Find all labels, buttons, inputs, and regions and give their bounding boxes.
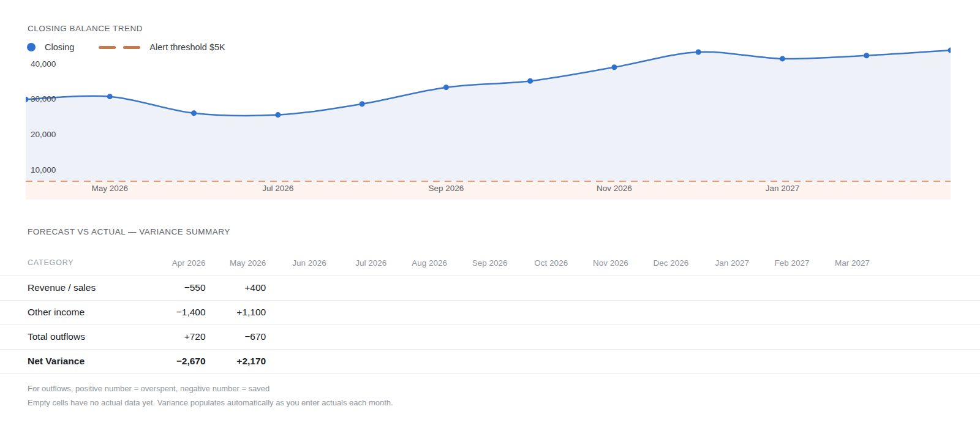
value-cell	[749, 276, 810, 300]
column-header-month: Jan 2027	[688, 250, 749, 276]
value-cell	[749, 349, 810, 374]
value-cell: +400	[206, 276, 266, 300]
x-axis-tick: May 2026	[92, 184, 128, 193]
data-point-apr-2026[interactable]	[23, 97, 29, 102]
category-cell: Other income	[0, 300, 145, 325]
y-axis-tick: 10,000	[31, 165, 56, 175]
data-point-jun-2026[interactable]	[191, 110, 197, 116]
data-point-may-2026[interactable]	[107, 94, 113, 99]
data-point-mar-2027[interactable]	[948, 48, 954, 53]
value-cell	[568, 349, 628, 374]
x-axis-tick: Jul 2026	[262, 184, 293, 193]
value-cell	[266, 325, 326, 349]
value-cell	[810, 325, 870, 349]
value-cell	[508, 349, 568, 374]
value-cell	[508, 276, 568, 300]
value-cell	[628, 300, 689, 325]
column-header-month: Nov 2026	[568, 250, 628, 276]
column-header-month: May 2026	[206, 250, 266, 276]
value-cell	[386, 276, 447, 300]
value-cell	[688, 300, 749, 325]
outflows-footnote: For outflows, positive number = overspen…	[28, 384, 270, 393]
value-cell	[447, 300, 508, 325]
below-threshold-band	[26, 181, 951, 200]
y-axis-tick: 40,000	[31, 59, 56, 69]
value-cell	[447, 276, 508, 300]
value-cell	[447, 325, 508, 349]
data-point-dec-2026[interactable]	[696, 49, 701, 54]
column-header-month: Feb 2027	[749, 250, 810, 276]
data-point-oct-2026[interactable]	[527, 78, 533, 84]
column-header-category: CATEGORY	[0, 250, 145, 276]
data-point-nov-2026[interactable]	[611, 64, 617, 70]
value-cell	[508, 325, 568, 349]
table-row: Other income−1,400+1,100	[0, 300, 980, 325]
value-cell	[386, 325, 447, 349]
value-cell	[688, 276, 749, 300]
column-header-month: Dec 2026	[628, 250, 689, 276]
table-row: Net Variance−2,670+2,170	[0, 349, 980, 374]
value-cell: −2,670	[145, 349, 206, 374]
value-cell	[628, 325, 689, 349]
value-cell: +720	[145, 325, 206, 349]
value-cell	[810, 300, 870, 325]
value-cell	[266, 349, 326, 374]
value-cell	[749, 325, 810, 349]
value-cell	[326, 300, 387, 325]
column-header-month: Jun 2026	[266, 250, 326, 276]
data-point-jan-2027[interactable]	[780, 56, 785, 61]
value-cell	[266, 276, 326, 300]
column-header-month: Jul 2026	[326, 250, 387, 276]
closing-balance-line-chart[interactable]: 10,00020,00030,00040,000May 2026Jul 2026…	[0, 0, 980, 208]
value-cell	[326, 325, 387, 349]
filler-cell	[870, 325, 980, 349]
filler-cell	[870, 300, 980, 325]
value-cell	[810, 276, 870, 300]
column-header-month: Aug 2026	[386, 250, 447, 276]
value-cell	[386, 300, 447, 325]
value-cell	[688, 349, 749, 374]
data-point-sep-2026[interactable]	[443, 84, 449, 90]
value-cell	[688, 325, 749, 349]
column-header-month: Sep 2026	[447, 250, 508, 276]
x-axis-tick: Sep 2026	[428, 184, 464, 193]
column-header-filler	[870, 250, 980, 276]
value-cell	[628, 276, 689, 300]
y-axis-tick: 20,000	[31, 130, 56, 139]
column-header-month: Oct 2026	[508, 250, 568, 276]
value-cell: −670	[206, 325, 266, 349]
variance-table: CATEGORYApr 2026May 2026Jun 2026Jul 2026…	[0, 250, 980, 374]
filler-cell	[870, 349, 980, 374]
value-cell	[386, 349, 447, 374]
table-row: Total outflows+720−670	[0, 325, 980, 349]
filler-cell	[870, 276, 980, 300]
value-cell	[568, 276, 628, 300]
value-cell	[326, 349, 387, 374]
table-header-row: CATEGORYApr 2026May 2026Jun 2026Jul 2026…	[0, 250, 980, 276]
table-title: FORECAST VS ACTUAL — VARIANCE SUMMARY	[28, 227, 230, 236]
column-header-month: Mar 2027	[810, 250, 870, 276]
value-cell	[749, 300, 810, 325]
value-cell	[447, 349, 508, 374]
category-cell: Revenue / sales	[0, 276, 145, 300]
value-cell	[326, 276, 387, 300]
table-row: Revenue / sales−550+400	[0, 276, 980, 300]
value-cell	[266, 300, 326, 325]
category-cell: Net Variance	[0, 349, 145, 374]
column-header-month: Apr 2026	[145, 250, 206, 276]
closing-area-fill	[26, 50, 951, 181]
value-cell: +2,170	[206, 349, 266, 374]
value-cell	[568, 300, 628, 325]
value-cell: −550	[145, 276, 206, 300]
value-cell	[810, 349, 870, 374]
empty-cells-footnote: Empty cells have no actual data yet. Var…	[28, 398, 393, 407]
x-axis-tick: Jan 2027	[766, 184, 800, 193]
value-cell	[628, 349, 689, 374]
data-point-aug-2026[interactable]	[360, 101, 365, 107]
category-cell: Total outflows	[0, 325, 145, 349]
x-axis-tick: Nov 2026	[597, 184, 632, 193]
data-point-jul-2026[interactable]	[275, 112, 281, 118]
value-cell: −1,400	[145, 300, 206, 325]
data-point-feb-2027[interactable]	[864, 53, 869, 58]
value-cell: +1,100	[206, 300, 266, 325]
